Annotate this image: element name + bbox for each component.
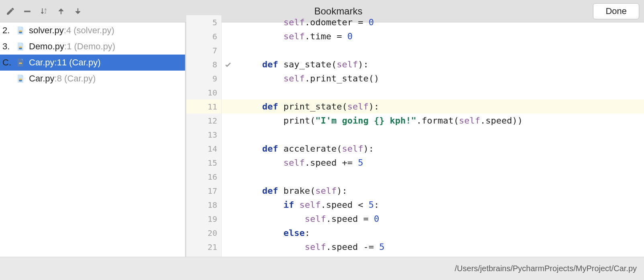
line-number: 16 [208, 172, 217, 182]
gutter-row[interactable]: 18 [186, 198, 221, 212]
line-number: 10 [208, 88, 217, 97]
line-number: 5 [212, 18, 217, 27]
bookmark-label: Car.py:8 (Car.py) [29, 73, 96, 84]
code-line[interactable]: if self.speed < 5: [222, 198, 644, 212]
line-number: 13 [208, 130, 217, 140]
gutter-row[interactable]: 5 [186, 15, 221, 29]
code-line[interactable]: self.print_state() [222, 71, 644, 85]
python-file-icon [15, 41, 26, 52]
gutter-row[interactable]: 6 [186, 29, 221, 43]
line-number: 12 [208, 116, 217, 126]
svg-rect-10 [19, 80, 22, 81]
editor-code[interactable]: self.odometer = 0 self.time = 0 def say_… [222, 15, 644, 257]
code-line[interactable] [222, 128, 644, 142]
python-file-icon [15, 57, 26, 68]
code-line[interactable]: print("I'm going {} kph!".format(self.sp… [222, 114, 644, 128]
code-line[interactable] [222, 85, 644, 99]
code-line[interactable]: def accelerate(self): [222, 142, 644, 156]
gutter-row[interactable]: 8 [186, 57, 221, 71]
gutter-row[interactable]: 17 [186, 184, 221, 198]
svg-rect-4 [19, 32, 22, 33]
gutter-row[interactable]: 20 [186, 226, 221, 240]
bookmark-marker: X. [1, 73, 15, 84]
code-line[interactable]: def brake(self): [222, 184, 644, 198]
bookmark-item[interactable]: 3. Demo.py:1 (Demo.py) [0, 39, 185, 55]
line-number: 15 [208, 158, 217, 168]
code-line[interactable]: self.speed += 5 [222, 156, 644, 170]
svg-text:z: z [45, 11, 46, 14]
remove-icon[interactable] [22, 6, 33, 17]
down-icon[interactable] [72, 6, 84, 17]
code-line[interactable]: else: [222, 226, 644, 240]
statusbar-path: /Users/jetbrains/PycharmProjects/MyProje… [455, 264, 637, 273]
gutter-row[interactable]: 15 [186, 156, 221, 170]
gutter-row[interactable]: 21 [186, 240, 221, 254]
gutter-row[interactable]: 14 [186, 142, 221, 156]
bookmark-item[interactable]: 2. solver.py:4 (solver.py) [0, 22, 185, 39]
line-number: 6 [212, 32, 217, 41]
code-line[interactable]: self.speed = 0 [222, 212, 644, 226]
code-line[interactable]: def print_state(self): [222, 99, 644, 114]
bookmark-marker: 2. [1, 25, 15, 36]
bookmark-marker: 3. [1, 41, 15, 52]
bookmark-label: Car.py:11 (Car.py) [29, 57, 101, 68]
editor-gutter: 567891011C12131415161718192021 [186, 15, 222, 257]
line-number: 7 [212, 46, 217, 55]
gutter-row[interactable]: 10 [186, 85, 221, 99]
svg-rect-8 [19, 64, 22, 65]
svg-rect-0 [24, 11, 31, 12]
code-line[interactable]: def say_state(self): [222, 57, 644, 71]
code-line[interactable]: self.speed -= 5 [222, 240, 644, 254]
line-number: 14 [208, 144, 217, 154]
gutter-row[interactable]: 12 [186, 114, 221, 128]
line-number: 17 [208, 186, 217, 196]
code-line[interactable] [222, 170, 644, 184]
bookmark-marker: C. [1, 57, 15, 68]
line-number: 21 [208, 242, 217, 252]
python-file-icon [15, 73, 26, 84]
svg-rect-6 [19, 48, 22, 49]
line-number: 8 [212, 60, 217, 69]
python-file-icon [15, 25, 26, 36]
sort-icon[interactable]: az [39, 6, 50, 17]
code-line[interactable]: self.time = 0 [222, 29, 644, 43]
line-number: 18 [208, 200, 217, 210]
line-number: 11 [208, 102, 217, 112]
main-area: 2. solver.py:4 (solver.py)3. Demo.py:1 (… [0, 22, 644, 257]
bookmark-item[interactable]: C. Car.py:11 (Car.py) [0, 55, 185, 71]
gutter-row[interactable]: 16 [186, 170, 221, 184]
edit-icon[interactable] [5, 6, 16, 17]
gutter-row[interactable]: 11C [186, 99, 221, 114]
gutter-row[interactable]: 13 [186, 128, 221, 142]
bookmark-label: solver.py:4 (solver.py) [29, 25, 114, 36]
line-number: 19 [208, 214, 217, 224]
up-icon[interactable] [55, 6, 67, 17]
bookmark-item[interactable]: X. Car.py:8 (Car.py) [0, 71, 185, 87]
line-number: 9 [212, 74, 217, 83]
line-number: 20 [208, 228, 217, 238]
gutter-row[interactable]: 19 [186, 212, 221, 226]
bookmarks-list: 2. solver.py:4 (solver.py)3. Demo.py:1 (… [0, 22, 186, 257]
gutter-row[interactable]: 9 [186, 71, 221, 85]
code-line[interactable] [222, 43, 644, 57]
toolbar-icon-group: az [5, 6, 84, 17]
editor: 567891011C12131415161718192021 self.odom… [186, 22, 644, 257]
bookmark-label: Demo.py:1 (Demo.py) [29, 41, 115, 52]
gutter-row[interactable]: 7 [186, 43, 221, 57]
statusbar: /Users/jetbrains/PycharmProjects/MyProje… [0, 257, 644, 280]
code-line[interactable]: self.odometer = 0 [222, 15, 644, 29]
